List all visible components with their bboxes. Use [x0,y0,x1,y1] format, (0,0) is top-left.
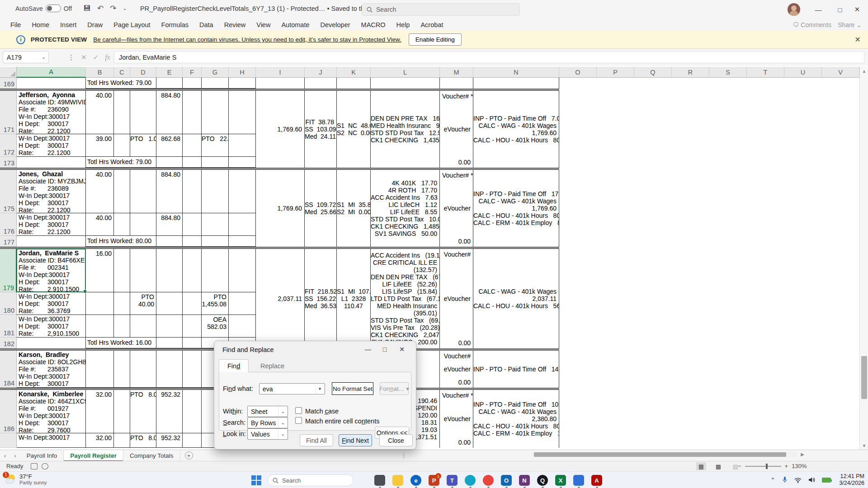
cell-B175[interactable]: 40.00 [86,170,114,213]
cell-K-merged[interactable]: S1 NC 48.00 S2 NC 0.00 [337,91,371,168]
copilot-icon[interactable] [465,475,476,486]
cell-J-merged[interactable]: SS 109.72 Med 25.66 [305,170,337,247]
cell-A177[interactable] [17,236,86,247]
look-in-select[interactable]: Values⌄ [247,428,288,440]
column-header-U[interactable]: U [784,67,822,78]
cell-M-merged[interactable]: Voucher# **eVoucher0.00 [440,170,473,247]
menu-page-layout[interactable]: Page Layout [108,20,155,30]
column-header-R[interactable]: R [672,67,709,78]
cell-C186[interactable] [114,390,130,433]
horizontal-scrollbar[interactable]: ▶ [533,451,797,458]
find-next-button[interactable]: F̲ind Next [339,434,372,446]
cell-B186[interactable]: 32.00 [86,390,114,433]
match-entire-checkbox[interactable] [295,417,302,424]
cell-I-merged[interactable]: 1,769.60 [256,170,305,247]
menu-acrobat[interactable]: Acrobat [415,20,448,30]
cell-E180[interactable] [156,292,183,315]
cell-G173[interactable] [202,157,229,168]
powerpoint-icon[interactable]: P1 [429,475,439,486]
redo-icon[interactable]: ↷ [107,4,119,13]
cell-C175[interactable] [114,170,130,213]
cell-E175[interactable]: 884.80 [156,170,183,213]
cell-C179[interactable] [114,249,130,292]
app-dark-icon[interactable]: Q [537,475,548,486]
edge-icon[interactable]: e [410,475,421,486]
cell-H179[interactable] [229,249,256,292]
menu-formulas[interactable]: Formulas [156,20,193,30]
cell-F180[interactable] [183,292,202,315]
cell-N-merged[interactable]: INP - PTO - Paid Time Off 101.25 CALC - … [473,390,559,448]
cell-G176[interactable] [202,213,229,236]
cell-B171[interactable]: 40.00 [86,91,114,134]
cell-C180[interactable] [114,292,130,315]
row-header-177[interactable]: 177 [0,236,17,247]
cell-E177[interactable] [156,236,183,247]
cell-D184[interactable] [130,351,156,388]
column-header-S[interactable]: S [709,67,747,78]
cell-L-merged[interactable]: ACC Accident Ins (19.17) CRE CRITICAL IL… [371,249,440,348]
menu-data[interactable]: Data [194,20,218,30]
scroll-right-icon[interactable]: ▶ [801,452,804,457]
file-explorer-icon[interactable] [392,475,403,486]
match-case-checkbox[interactable] [295,407,302,414]
cell-E173[interactable] [156,157,183,168]
zoom-out-icon[interactable]: − [738,463,741,469]
cell-H181[interactable] [229,315,256,338]
cell-F171[interactable] [183,91,202,134]
cell-B[interactable]: 32.00 [86,433,114,448]
cell-N-merged[interactable] [473,78,559,89]
cell-B179[interactable]: 16.00 [86,249,114,292]
cell-A169[interactable] [17,78,86,89]
acrobat-icon[interactable]: A [591,475,602,486]
avatar[interactable] [788,3,800,16]
row-header-partial[interactable] [0,433,17,448]
cell-E[interactable]: 952.32 [156,433,183,448]
cell-D[interactable]: PTO 8.00 [130,433,156,448]
find-what-input[interactable]: eva ▾ [259,383,325,394]
name-box[interactable]: A179⌄ [3,51,49,63]
menu-automate[interactable]: Automate [276,20,314,30]
onenote-icon[interactable]: N [519,475,530,486]
cell-A181[interactable]: W-In Dept:300017H Dept:300017Rate:2,910.… [17,315,86,338]
dialog-maximize-icon[interactable]: □ [378,344,392,355]
cell-A180[interactable]: W-In Dept:300017H Dept:300017Rate:36.376… [17,292,86,315]
cell-D179[interactable] [130,249,156,292]
column-header-D[interactable]: D [130,67,156,78]
column-header-E[interactable]: E [156,67,183,78]
cell-G169[interactable] [202,78,229,89]
cell-A171[interactable]: Jefferson, AyonnaAssociate ID: 49MWIVIDU… [17,91,86,134]
cell-F176[interactable] [183,213,202,236]
save-icon[interactable]: 💾︎ [80,4,94,13]
formula-bar-value[interactable]: Jordan, EvaMarie S [114,51,864,63]
cell-B181[interactable] [86,315,114,338]
find-what-dropdown-icon[interactable]: ▾ [315,384,324,394]
cell-L-merged[interactable]: DEN DEN PRE TAX 16.18 MED Health Insuran… [371,91,440,168]
close-button[interactable]: ✕ [846,0,868,19]
wifi-icon[interactable] [794,477,802,483]
menu-home[interactable]: Home [27,20,54,30]
cell-A176[interactable]: W-In Dept:300017H Dept:300017Rate:22.120… [17,213,86,236]
cell-totals-173[interactable]: Totl Hrs Worked: 79.00 [86,157,156,168]
sheet-tab-company-totals[interactable]: Company Totals [123,450,180,461]
column-header-V[interactable]: V [822,67,859,78]
cell-A172[interactable]: W-In Dept:300017H Dept:300017Rate:22.120… [17,134,86,157]
sheet-tab-payroll-register[interactable]: Payroll Register [64,450,123,461]
cell-I-merged[interactable]: 2,037.11 [256,249,305,348]
search-box[interactable]: Search [362,3,520,16]
column-header-I[interactable]: I [256,67,305,78]
cell-I-merged[interactable]: 1,769.60 [256,91,305,168]
column-header-C[interactable]: C [114,67,130,78]
sheet-tab-payroll-info[interactable]: Payroll Info [20,450,64,461]
zoom-level[interactable]: 130% [792,463,807,469]
column-header-F[interactable]: F [183,67,202,78]
scroll-down-icon[interactable]: ▼ [860,441,868,450]
macro-record-icon[interactable] [31,463,38,469]
cell-H173[interactable] [229,157,256,168]
cell-K-merged[interactable] [337,78,371,89]
new-sheet-button[interactable]: + [185,451,193,460]
page-layout-view-icon[interactable]: ▩ [713,462,723,470]
scroll-up-icon[interactable]: ▲ [860,67,868,75]
taskbar-clock[interactable]: 12:41 PM 3/24/2026 [839,473,864,487]
column-header-O[interactable]: O [559,67,597,78]
cell-G175[interactable] [202,170,229,213]
